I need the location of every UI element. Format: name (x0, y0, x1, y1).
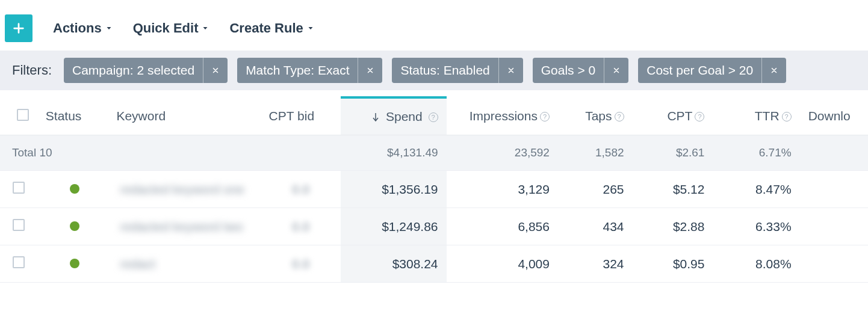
quick-edit-menu[interactable]: Quick Edit (133, 20, 209, 36)
totals-cpt: $2.61 (633, 135, 713, 171)
row-checkbox[interactable] (13, 219, 25, 231)
cell-ttr: 8.08% (713, 245, 799, 283)
table-row: redacted keyword one 0.0 $1,356.19 3,129… (0, 171, 868, 208)
header-keyword[interactable]: Keyword (111, 97, 260, 135)
header-cpt[interactable]: CPT? (633, 97, 713, 135)
close-icon (507, 67, 515, 74)
chip-remove[interactable] (762, 58, 786, 83)
help-icon[interactable]: ? (615, 112, 624, 122)
cell-cpt: $2.88 (633, 208, 713, 245)
header-impressions[interactable]: Impressions? (447, 97, 558, 135)
status-dot-enabled (70, 184, 79, 194)
create-rule-label: Create Rule (229, 20, 303, 36)
cell-impressions: 3,129 (447, 171, 558, 208)
filter-chip-costpergoal[interactable]: Cost per Goal > 20 (638, 58, 786, 83)
chip-label: Match Type: Exact (237, 58, 358, 83)
cell-taps: 324 (558, 245, 633, 283)
cell-cpt-bid: 0.0 (292, 257, 309, 271)
chevron-down-icon (307, 25, 314, 32)
keywords-table: Status Keyword CPT bid Spend ? Impressio… (0, 96, 868, 283)
totals-label: Total 10 (0, 135, 341, 171)
cell-keyword: redacted keyword one (120, 182, 244, 197)
header-select-all[interactable] (0, 97, 37, 135)
cell-cpt: $0.95 (633, 245, 713, 283)
cell-cpt: $5.12 (633, 171, 713, 208)
totals-spend: $4,131.49 (341, 135, 446, 171)
actions-menu[interactable]: Actions (53, 20, 113, 36)
toolbar: Actions Quick Edit Create Rule (0, 0, 868, 51)
filter-chip-goals[interactable]: Goals > 0 (533, 58, 628, 83)
create-rule-menu[interactable]: Create Rule (229, 20, 314, 36)
cell-impressions: 6,856 (447, 208, 558, 245)
cell-ttr: 8.47% (713, 171, 799, 208)
header-taps[interactable]: Taps? (558, 97, 633, 135)
help-icon[interactable]: ? (429, 112, 438, 122)
totals-downloads (800, 135, 868, 171)
help-icon[interactable]: ? (540, 112, 550, 122)
row-checkbox[interactable] (13, 256, 25, 268)
chip-remove[interactable] (203, 58, 228, 83)
cell-spend: $308.24 (341, 245, 446, 283)
chip-label: Goals > 0 (533, 58, 604, 83)
cell-taps: 265 (558, 171, 633, 208)
cell-spend: $1,249.86 (341, 208, 446, 245)
cell-impressions: 4,009 (447, 245, 558, 283)
close-icon (367, 67, 374, 74)
close-icon (770, 67, 778, 74)
totals-taps: 1,582 (558, 135, 633, 171)
cell-cpt-bid: 0.0 (292, 220, 309, 234)
sort-arrow-down-icon (373, 113, 379, 122)
plus-icon (12, 22, 25, 35)
row-checkbox[interactable] (13, 182, 25, 194)
table-header-row: Status Keyword CPT bid Spend ? Impressio… (0, 97, 868, 135)
help-icon[interactable]: ? (695, 112, 704, 122)
filter-chip-campaign[interactable]: Campaign: 2 selected (64, 58, 228, 83)
header-downloads[interactable]: Downlo (800, 97, 868, 135)
chip-label: Status: Enabled (392, 58, 498, 83)
add-button[interactable] (5, 14, 33, 42)
status-dot-enabled (70, 221, 79, 231)
close-icon (613, 67, 620, 74)
header-cpt-bid[interactable]: CPT bid (261, 97, 341, 135)
filters-bar: Filters: Campaign: 2 selected Match Type… (0, 51, 868, 90)
chip-remove[interactable] (499, 58, 523, 83)
help-icon[interactable]: ? (782, 112, 792, 122)
cell-keyword: redacted keyword two (120, 220, 243, 234)
header-status[interactable]: Status (37, 97, 112, 135)
totals-row: Total 10 $4,131.49 23,592 1,582 $2.61 6.… (0, 135, 868, 171)
cell-ttr: 6.33% (713, 208, 799, 245)
chevron-down-icon (202, 25, 209, 32)
cell-spend: $1,356.19 (341, 171, 446, 208)
cell-downloads (800, 208, 868, 245)
close-icon (212, 67, 219, 74)
cell-downloads (800, 171, 868, 208)
filters-label: Filters: (12, 63, 52, 78)
chevron-down-icon (105, 25, 113, 32)
cell-keyword: redact (120, 257, 155, 271)
cell-cpt-bid: 0.0 (292, 182, 309, 197)
cell-taps: 434 (558, 208, 633, 245)
checkbox[interactable] (17, 109, 29, 121)
cell-downloads (800, 245, 868, 283)
chip-remove[interactable] (604, 58, 628, 83)
quick-edit-label: Quick Edit (133, 20, 199, 36)
chip-label: Cost per Goal > 20 (638, 58, 762, 83)
chip-remove[interactable] (358, 58, 382, 83)
totals-ttr: 6.71% (713, 135, 799, 171)
table-row: redact 0.0 $308.24 4,009 324 $0.95 8.08% (0, 245, 868, 283)
filter-chip-matchtype[interactable]: Match Type: Exact (237, 58, 382, 83)
filter-chip-status[interactable]: Status: Enabled (392, 58, 522, 83)
actions-label: Actions (53, 20, 102, 36)
totals-impressions: 23,592 (447, 135, 558, 171)
header-spend[interactable]: Spend ? (341, 97, 446, 135)
chip-label: Campaign: 2 selected (64, 58, 203, 83)
header-ttr[interactable]: TTR? (713, 97, 799, 135)
status-dot-enabled (70, 259, 79, 268)
table-row: redacted keyword two 0.0 $1,249.86 6,856… (0, 208, 868, 245)
